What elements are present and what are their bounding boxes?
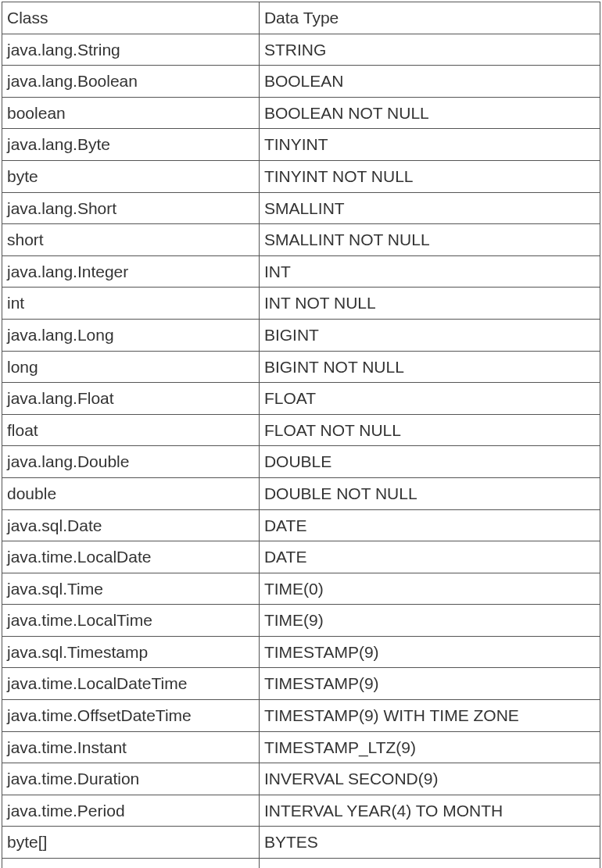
cell-datatype: INVERVAL SECOND(9) bbox=[259, 763, 600, 795]
cell-datatype: TINYINT NOT NULL bbox=[259, 160, 600, 192]
header-datatype: Data Type bbox=[259, 2, 600, 34]
table-row: java.lang.DoubleDOUBLE bbox=[2, 446, 600, 478]
cell-datatype: STRING bbox=[259, 34, 600, 66]
table-row: java.lang.BooleanBOOLEAN bbox=[2, 66, 600, 98]
cell-class: float bbox=[2, 414, 260, 446]
table-row: byteTINYINT NOT NULL bbox=[2, 160, 600, 192]
cell-datatype: TIMESTAMP_LTZ(9) bbox=[259, 731, 600, 763]
table-row: floatFLOAT NOT NULL bbox=[2, 414, 600, 446]
cell-class: java.time.Period bbox=[2, 795, 260, 827]
cell-class: java.time.LocalDate bbox=[2, 541, 260, 573]
table-row: java.sql.TimeTIME(0) bbox=[2, 573, 600, 605]
cell-datatype: BOOLEAN NOT NULL bbox=[259, 97, 600, 129]
cell-datatype: FLOAT bbox=[259, 383, 600, 415]
cell-class: java.time.OffsetDateTime bbox=[2, 700, 260, 732]
table-row: doubleDOUBLE NOT NULL bbox=[2, 477, 600, 509]
cell-class: T[] bbox=[2, 859, 260, 868]
cell-class: int bbox=[2, 288, 260, 320]
table-row: java.time.LocalDateTimeTIMESTAMP(9) bbox=[2, 668, 600, 700]
table-row: java.sql.TimestampTIMESTAMP(9) bbox=[2, 636, 600, 668]
cell-class: java.time.LocalDateTime bbox=[2, 668, 260, 700]
table-row: java.lang.IntegerINT bbox=[2, 255, 600, 288]
table-row: java.sql.DateDATE bbox=[2, 509, 600, 541]
cell-class: java.time.Duration bbox=[2, 763, 260, 795]
cell-datatype: TINYINT bbox=[259, 129, 600, 161]
cell-class: java.time.Instant bbox=[2, 731, 260, 763]
cell-datatype: SMALLINT NOT NULL bbox=[259, 224, 600, 256]
header-class: Class bbox=[2, 2, 260, 34]
cell-datatype: TIMESTAMP(9) WITH TIME ZONE bbox=[259, 700, 600, 732]
cell-datatype: INT bbox=[259, 255, 600, 288]
cell-datatype: TIME(0) bbox=[259, 573, 600, 605]
table-row: java.time.OffsetDateTimeTIMESTAMP(9) WIT… bbox=[2, 700, 600, 732]
table-row: java.lang.StringSTRING bbox=[2, 34, 600, 66]
table-row: java.time.DurationINVERVAL SECOND(9) bbox=[2, 763, 600, 795]
table-row: java.lang.ByteTINYINT bbox=[2, 129, 600, 161]
cell-class: java.sql.Date bbox=[2, 509, 260, 541]
cell-class: java.time.LocalTime bbox=[2, 605, 260, 637]
table-row: java.lang.ShortSMALLINT bbox=[2, 192, 600, 224]
cell-class: long bbox=[2, 351, 260, 383]
cell-datatype: FLOAT NOT NULL bbox=[259, 414, 600, 446]
cell-datatype: DATE bbox=[259, 509, 600, 541]
cell-datatype: TIMESTAMP(9) bbox=[259, 668, 600, 700]
cell-datatype: DATE bbox=[259, 541, 600, 573]
cell-datatype: TIME(9) bbox=[259, 605, 600, 637]
cell-class: java.lang.Boolean bbox=[2, 66, 260, 98]
table-row: java.time.InstantTIMESTAMP_LTZ(9) bbox=[2, 731, 600, 763]
cell-class: byte bbox=[2, 160, 260, 192]
table-row: shortSMALLINT NOT NULL bbox=[2, 224, 600, 256]
table-row: T[]ARRAY<T> bbox=[2, 859, 600, 868]
table-row: longBIGINT NOT NULL bbox=[2, 351, 600, 383]
cell-datatype: BIGINT NOT NULL bbox=[259, 351, 600, 383]
cell-datatype: INTERVAL YEAR(4) TO MONTH bbox=[259, 795, 600, 827]
cell-datatype: BYTES bbox=[259, 827, 600, 859]
table-row: java.time.LocalDateDATE bbox=[2, 541, 600, 573]
table-row: intINT NOT NULL bbox=[2, 288, 600, 320]
cell-datatype: SMALLINT bbox=[259, 192, 600, 224]
cell-datatype: INT NOT NULL bbox=[259, 288, 600, 320]
type-mapping-table: Class Data Type java.lang.StringSTRING j… bbox=[2, 2, 600, 868]
cell-class: java.lang.Integer bbox=[2, 255, 260, 288]
table-row: java.time.PeriodINTERVAL YEAR(4) TO MONT… bbox=[2, 795, 600, 827]
cell-datatype: BIGINT bbox=[259, 319, 600, 351]
cell-class: java.lang.Short bbox=[2, 192, 260, 224]
cell-class: java.lang.Byte bbox=[2, 129, 260, 161]
cell-class: double bbox=[2, 477, 260, 509]
cell-datatype: DOUBLE NOT NULL bbox=[259, 477, 600, 509]
table-row: byte[]BYTES bbox=[2, 827, 600, 859]
table-row: booleanBOOLEAN NOT NULL bbox=[2, 97, 600, 129]
cell-datatype: TIMESTAMP(9) bbox=[259, 636, 600, 668]
cell-class: boolean bbox=[2, 97, 260, 129]
cell-class: short bbox=[2, 224, 260, 256]
cell-class: java.lang.String bbox=[2, 34, 260, 66]
cell-class: java.lang.Double bbox=[2, 446, 260, 478]
cell-class: java.sql.Time bbox=[2, 573, 260, 605]
cell-datatype: ARRAY<T> bbox=[259, 859, 600, 868]
table-row: java.time.LocalTimeTIME(9) bbox=[2, 605, 600, 637]
table-row: java.lang.FloatFLOAT bbox=[2, 383, 600, 415]
table-row: java.lang.LongBIGINT bbox=[2, 319, 600, 351]
cell-class: byte[] bbox=[2, 827, 260, 859]
table-header-row: Class Data Type bbox=[2, 2, 600, 34]
cell-class: java.lang.Float bbox=[2, 383, 260, 415]
cell-class: java.sql.Timestamp bbox=[2, 636, 260, 668]
cell-datatype: BOOLEAN bbox=[259, 66, 600, 98]
cell-datatype: DOUBLE bbox=[259, 446, 600, 478]
cell-class: java.lang.Long bbox=[2, 319, 260, 351]
